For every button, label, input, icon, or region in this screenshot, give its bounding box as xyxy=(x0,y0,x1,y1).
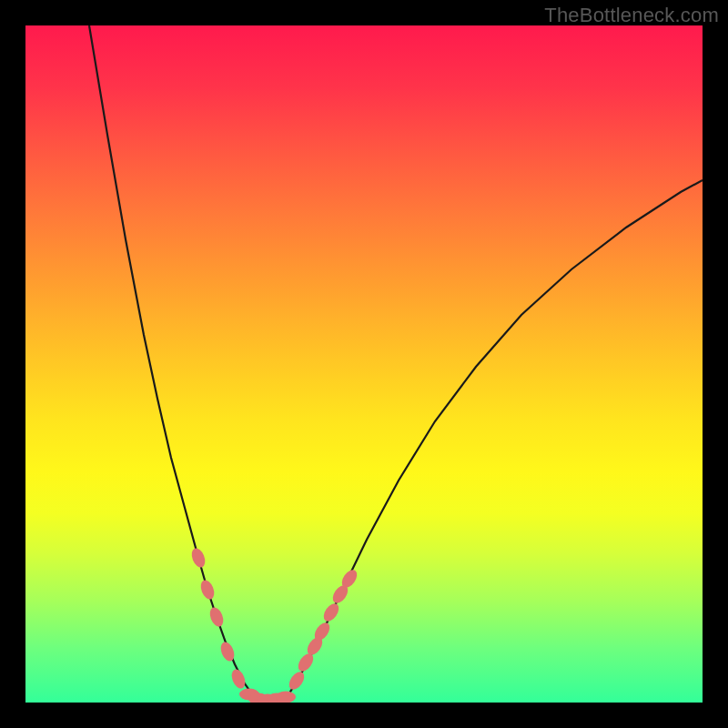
curve-bead xyxy=(276,692,296,703)
curve-bead xyxy=(229,667,248,690)
curve-path xyxy=(89,25,703,701)
curve-bead xyxy=(218,640,237,662)
curve-bead xyxy=(320,601,341,623)
curve-bead xyxy=(198,578,217,601)
bottleneck-curve xyxy=(25,25,703,703)
bead-group xyxy=(189,546,360,703)
curve-bead xyxy=(189,546,207,569)
watermark-text: TheBottleneck.com xyxy=(544,4,719,27)
curve-bead xyxy=(207,605,226,628)
curve-bead xyxy=(286,669,307,692)
plot-area xyxy=(25,25,703,703)
chart-stage: TheBottleneck.com xyxy=(0,0,728,728)
